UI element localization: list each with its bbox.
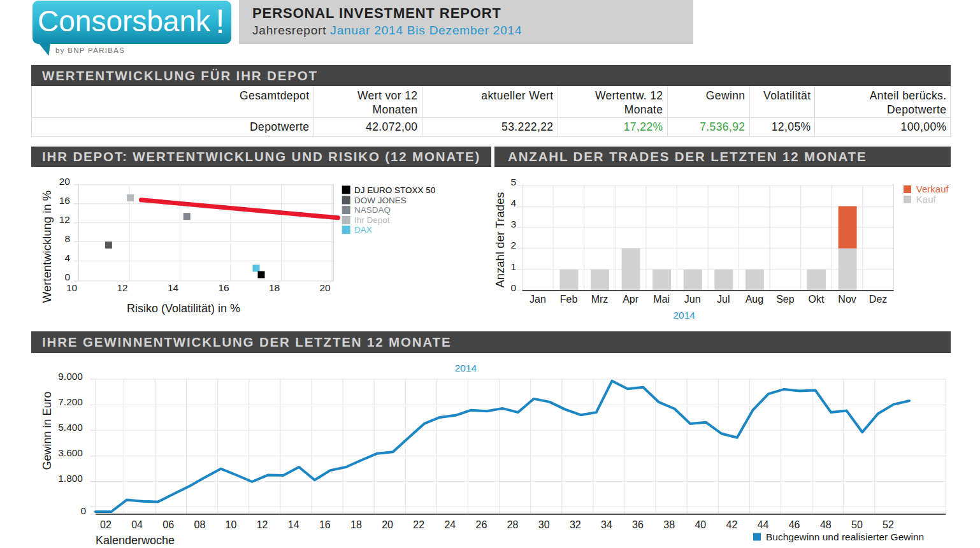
svg-text:14: 14 [288,519,299,530]
svg-text:9.000: 9.000 [58,371,83,382]
svg-text:0: 0 [80,505,86,516]
svg-text:Verkauf: Verkauf [916,184,949,194]
svg-text:20: 20 [319,282,331,293]
svg-text:Ihr Depot: Ihr Depot [354,215,390,225]
svg-text:Aug: Aug [746,294,763,305]
svg-text:Mrz: Mrz [591,294,609,305]
svg-text:36: 36 [632,519,644,530]
svg-text:Risiko (Volatilität) in %: Risiko (Volatilität) in % [127,302,240,315]
svg-text:38: 38 [663,519,675,530]
svg-text:50: 50 [851,519,863,530]
svg-text:DJ EURO STOXX 50: DJ EURO STOXX 50 [354,185,435,195]
svg-text:3: 3 [510,219,516,229]
svg-text:34: 34 [601,519,612,530]
svg-text:Kauf: Kauf [916,194,937,205]
svg-text:Sep: Sep [776,294,795,305]
svg-text:12: 12 [117,282,127,293]
svg-text:26: 26 [476,519,487,530]
svg-text:3.600: 3.600 [58,447,83,458]
svg-text:Kalenderwoche: Kalenderwoche [96,534,175,547]
svg-text:Nov: Nov [838,294,856,305]
svg-text:4: 4 [64,252,70,263]
svg-text:12: 12 [257,519,268,530]
svg-text:1: 1 [510,261,516,272]
svg-text:14: 14 [168,282,179,293]
svg-text:2014: 2014 [673,310,695,321]
svg-text:32: 32 [570,519,581,530]
svg-text:16: 16 [319,519,331,530]
svg-text:2: 2 [510,240,516,250]
svg-text:Apr: Apr [623,294,639,305]
svg-text:20: 20 [59,176,71,187]
svg-text:7.200: 7.200 [58,396,83,407]
svg-text:20: 20 [382,519,393,530]
svg-text:Okt: Okt [809,294,825,305]
svg-text:Anzahl der Trades: Anzahl der Trades [494,192,507,287]
svg-text:08: 08 [194,519,206,530]
svg-text:Feb: Feb [560,294,578,305]
svg-text:DOW JONES: DOW JONES [354,196,407,205]
svg-text:52: 52 [883,519,894,530]
svg-text:5: 5 [510,177,516,187]
svg-text:2014: 2014 [455,363,477,373]
svg-text:42: 42 [726,519,738,530]
svg-text:8: 8 [64,233,70,244]
svg-text:Dez: Dez [869,294,887,305]
svg-text:04: 04 [131,519,143,530]
svg-text:NASDAQ: NASDAQ [354,205,391,215]
svg-text:Mai: Mai [653,294,670,305]
svg-text:5.400: 5.400 [58,422,83,433]
svg-text:Jun: Jun [684,294,701,305]
svg-text:16: 16 [59,195,70,206]
svg-text:10: 10 [66,282,78,293]
svg-text:48: 48 [820,519,832,530]
svg-text:Gewinn in Euro: Gewinn in Euro [41,391,54,470]
svg-text:30: 30 [538,519,550,530]
svg-text:28: 28 [507,519,519,530]
svg-text:0: 0 [510,282,516,293]
svg-text:Jan: Jan [530,294,546,305]
svg-text:12: 12 [59,214,70,225]
svg-text:18: 18 [269,282,280,293]
svg-text:Buchgewinn und realisierter Ge: Buchgewinn und realisierter Gewinn [766,531,924,542]
svg-text:10: 10 [226,519,237,530]
svg-text:Wertentwicklung in %: Wertentwicklung in % [40,191,54,303]
svg-text:16: 16 [218,282,229,293]
svg-text:0: 0 [64,271,70,282]
svg-text:24: 24 [444,519,456,530]
svg-text:06: 06 [162,519,174,530]
svg-text:4: 4 [510,198,516,208]
svg-text:22: 22 [413,519,424,530]
svg-text:DAX: DAX [354,225,372,234]
svg-text:40: 40 [695,519,706,530]
svg-text:46: 46 [789,519,800,530]
svg-text:18: 18 [350,519,362,530]
svg-text:02: 02 [100,519,112,530]
svg-text:44: 44 [758,519,769,530]
svg-text:1.800: 1.800 [58,473,83,484]
svg-text:Jul: Jul [717,294,730,305]
